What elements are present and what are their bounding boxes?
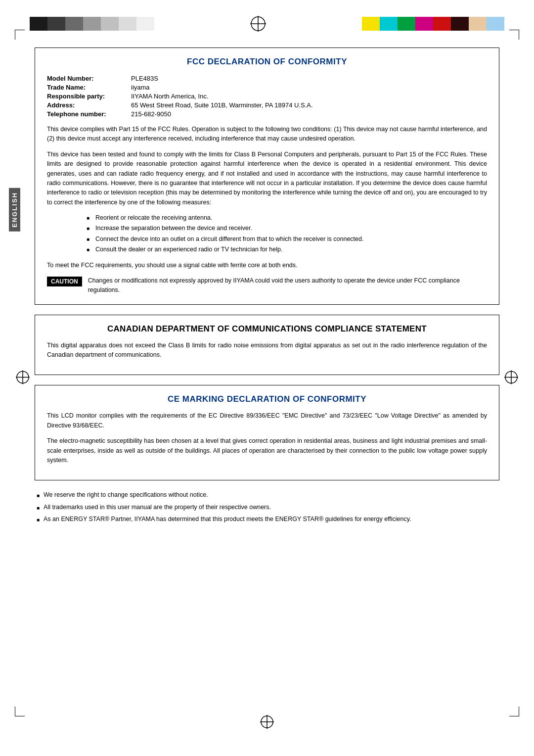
cb-green	[398, 17, 415, 31]
fcc-info-table: Model Number: PLE483S Trade Name: iiyama…	[47, 75, 487, 118]
canadian-section: CANADIAN DEPARTMENT OF COMMUNICATIONS CO…	[35, 315, 499, 376]
fcc-bullet-1: Reorient or relocate the receiving anten…	[87, 213, 487, 223]
fcc-caution-box: CAUTION Changes or modifications not exp…	[47, 276, 487, 295]
main-content: FCC DECLARATION OF CONFORMITY Model Numb…	[35, 43, 499, 524]
caution-text: Changes or modifications not expressly a…	[88, 276, 487, 295]
fcc-telephone-row: Telephone number: 215-682-9050	[47, 110, 487, 118]
cb-dark	[451, 17, 469, 31]
english-sidebar-label: ENGLISH	[9, 188, 20, 232]
cb-yellow	[362, 17, 380, 31]
footer-bullet-3: ■	[37, 516, 40, 524]
fcc-telephone-label: Telephone number:	[47, 110, 131, 118]
fcc-address-row: Address: 65 West Street Road, Suite 101B…	[47, 101, 487, 109]
fcc-trade-label: Trade Name:	[47, 84, 131, 91]
fcc-model-value: PLE483S	[131, 75, 487, 82]
crosshair-center	[154, 15, 362, 33]
fcc-trade-row: Trade Name: iiyama	[47, 84, 487, 91]
ce-title: CE MARKING DECLARATION OF CONFORMITY	[47, 394, 487, 404]
cb-white	[136, 17, 154, 31]
cb-gray1	[65, 17, 83, 31]
fcc-bullet-2: Increase the separation between the devi…	[87, 224, 487, 233]
footer-note-text-3: As an ENERGY STAR® Partner, IIYAMA has d…	[44, 515, 497, 524]
color-bar-right	[362, 17, 504, 31]
crosshair-bottom	[259, 714, 275, 731]
corner-mark-br	[509, 707, 519, 716]
fcc-bullet-3: Connect the device into an outlet on a c…	[87, 235, 487, 244]
fcc-model-row: Model Number: PLE483S	[47, 75, 487, 82]
cb-gray2	[83, 17, 101, 31]
fcc-responsible-label: Responsible party:	[47, 93, 131, 100]
ce-section: CE MARKING DECLARATION OF CONFORMITY Thi…	[35, 385, 499, 480]
caution-badge: CAUTION	[47, 277, 82, 286]
footer-notes: ■ We reserve the right to change specifi…	[35, 490, 499, 524]
footer-note-text-1: We reserve the right to change specifica…	[44, 490, 497, 500]
fcc-ferrite-note: To meet the FCC requirements, you should…	[47, 261, 487, 270]
cb-magenta	[415, 17, 433, 31]
ce-para2: The electro-magnetic susceptibility has …	[47, 436, 487, 465]
fcc-para2: This device has been tested and found to…	[47, 150, 487, 207]
fcc-bullets: Reorient or relocate the receiving anten…	[47, 213, 487, 255]
cb-ltblue	[487, 17, 504, 31]
canadian-para1: This digital apparatus does not exceed t…	[47, 341, 487, 360]
crosshair-left	[15, 370, 31, 387]
fcc-para1: This device complies with Part 15 of the…	[47, 125, 487, 144]
crosshair-right	[503, 370, 519, 387]
cb-black1	[30, 17, 47, 31]
footer-note-2: ■ All trademarks used in this user manua…	[37, 503, 497, 512]
cb-red	[433, 17, 451, 31]
fcc-title: FCC DECLARATION OF CONFORMITY	[47, 57, 487, 67]
ce-para1: This LCD monitor complies with the requi…	[47, 411, 487, 430]
fcc-model-label: Model Number:	[47, 75, 131, 82]
cb-gray4	[119, 17, 136, 31]
cb-skin	[469, 17, 487, 31]
cb-gray3	[101, 17, 119, 31]
footer-note-3: ■ As an ENERGY STAR® Partner, IIYAMA has…	[37, 515, 497, 524]
footer-note-1: ■ We reserve the right to change specifi…	[37, 490, 497, 500]
fcc-address-value: 65 West Street Road, Suite 101B, Warmins…	[131, 101, 487, 109]
color-bar-left	[30, 17, 154, 31]
fcc-address-label: Address:	[47, 101, 131, 109]
cb-black2	[47, 17, 65, 31]
fcc-trade-value: iiyama	[131, 84, 487, 91]
footer-bullet-2: ■	[37, 504, 40, 512]
canadian-title: CANADIAN DEPARTMENT OF COMMUNICATIONS CO…	[47, 324, 487, 334]
fcc-telephone-value: 215-682-9050	[131, 110, 487, 118]
fcc-bullet-4: Consult the dealer or an experienced rad…	[87, 245, 487, 254]
corner-mark-bl	[15, 707, 25, 716]
fcc-responsible-value: IIYAMA North America, Inc.	[131, 93, 487, 100]
fcc-section: FCC DECLARATION OF CONFORMITY Model Numb…	[35, 47, 499, 305]
footer-bullet-1: ■	[37, 492, 40, 500]
page-container: ENGLISH FCC DECLARATION OF CONFORMITY Mo…	[0, 0, 534, 756]
cb-cyan	[380, 17, 398, 31]
footer-note-text-2: All trademarks used in this user manual …	[44, 503, 497, 512]
color-bar-top	[0, 0, 534, 43]
fcc-responsible-row: Responsible party: IIYAMA North America,…	[47, 93, 487, 100]
